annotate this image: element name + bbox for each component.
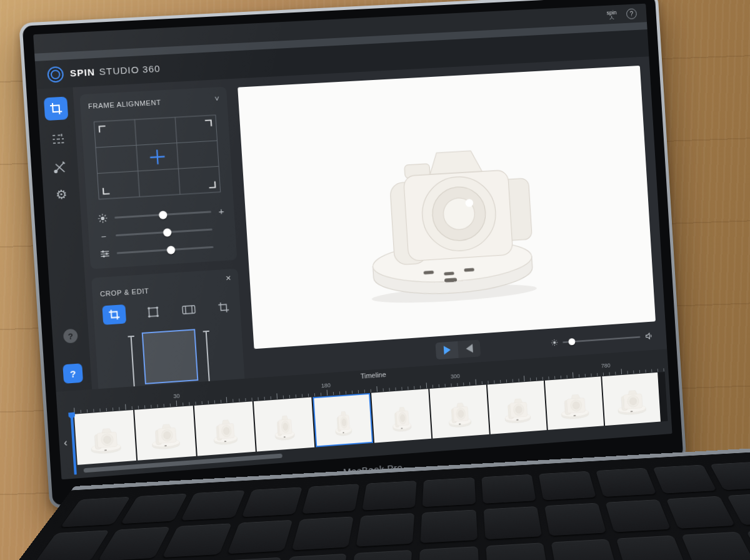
keyboard-key (211, 558, 282, 560)
ruler-tick (524, 376, 525, 381)
frames-sequence-button[interactable] (50, 132, 66, 148)
macbook-laptop: spin ? SPIN STUDIO 360 (19, 0, 686, 509)
frame-thumbnail[interactable] (545, 376, 604, 430)
frame-thumbnail[interactable] (371, 389, 431, 442)
thumbnail-camera (608, 377, 654, 421)
ruler-tick (572, 372, 574, 378)
ruler-tick (352, 391, 352, 394)
keyboard-key (421, 509, 478, 543)
thumbnail-camera (329, 399, 357, 442)
ruler-tick (536, 378, 537, 381)
contrast-track[interactable] (116, 229, 212, 237)
ruler-tick (302, 394, 302, 398)
brightness-thumb[interactable] (159, 211, 168, 219)
brightness-slider[interactable]: + (95, 206, 227, 224)
zoom-thumb[interactable] (569, 338, 576, 345)
ratio-mode-button[interactable] (181, 302, 197, 318)
keyboard-key (616, 536, 688, 560)
ruler-tick (176, 401, 177, 406)
brightness-track[interactable] (114, 211, 211, 218)
help-badge[interactable]: ? (63, 329, 78, 344)
ruler-tick (518, 379, 519, 382)
levels-slider[interactable] (98, 241, 229, 259)
alignment-grid[interactable] (89, 109, 226, 206)
thumbnail-camera (496, 386, 538, 429)
ruler-tick (463, 382, 464, 386)
retouch-tools-button[interactable] (51, 159, 68, 175)
frame-thumbnail[interactable] (134, 406, 196, 461)
ruler-tick (138, 406, 139, 409)
collapse-timeline-icon[interactable]: ‹ (63, 437, 68, 448)
zoom-slider[interactable] (551, 332, 653, 347)
ruler-tick (81, 410, 81, 413)
ruler-tick (277, 393, 278, 399)
os-help-icon[interactable]: ? (626, 8, 637, 19)
thumbnail-camera (268, 402, 301, 446)
keyboard-key (33, 530, 109, 560)
speaker-icon[interactable] (645, 332, 653, 341)
play-reverse-button[interactable] (458, 339, 481, 358)
chevron-down-icon[interactable]: ˅ (214, 94, 220, 103)
ruler-tick (426, 382, 427, 388)
frame-thumbnail[interactable] (74, 410, 136, 465)
keyboard-key (291, 516, 353, 550)
app-title-light: STUDIO 360 (99, 63, 161, 77)
contrast-thumb[interactable] (162, 228, 171, 237)
crop-mode-button[interactable] (102, 304, 126, 325)
transform-handles-icon (147, 306, 161, 319)
ruler-label: 180 (321, 382, 331, 389)
crop-outline-button[interactable] (216, 300, 232, 315)
frame-thumbnail[interactable] (254, 398, 314, 452)
ruler-tick (144, 406, 145, 409)
ruler-tick (358, 390, 359, 393)
ruler-tick (226, 397, 228, 402)
play-forward-triangle-icon (443, 346, 451, 355)
ruler-tick (597, 373, 598, 376)
ruler-tick (252, 398, 252, 401)
app-title-bold: SPIN (69, 66, 95, 78)
ruler-tick (542, 377, 543, 380)
ruler-tick (554, 376, 555, 379)
ruler-tick (475, 379, 476, 385)
help-button[interactable]: ? (62, 363, 83, 384)
keyboard-key (481, 474, 536, 504)
frame-thumbnail[interactable] (488, 381, 547, 434)
keyboard-key (418, 546, 479, 560)
levels-thumb[interactable] (167, 246, 176, 254)
frame-thumbnail[interactable] (312, 393, 373, 448)
crop-region[interactable] (142, 329, 199, 384)
thumbnail-camera (441, 390, 478, 434)
keyboard-key (486, 542, 549, 560)
keyboard-key (61, 497, 131, 528)
keyboard-key (279, 554, 347, 560)
keyboard-key (162, 523, 232, 558)
ruler-tick (438, 384, 439, 388)
keyboard-key (356, 513, 415, 547)
frame-thumbnail[interactable] (429, 385, 489, 439)
ruler-tick (481, 381, 482, 384)
ruler-tick (395, 388, 396, 391)
ruler-tick (321, 392, 321, 396)
ruler-tick (457, 383, 458, 386)
ruler-label: 30 (173, 392, 180, 399)
close-icon[interactable]: ✕ (225, 274, 231, 283)
frame-thumbnail[interactable] (602, 372, 661, 426)
ruler-tick (444, 384, 445, 387)
ruler-tick (106, 408, 107, 411)
levels-track[interactable] (117, 246, 214, 254)
ruler-tick (469, 382, 470, 385)
ruler-tick (646, 369, 646, 372)
settings-button[interactable]: ⚙ (53, 186, 69, 202)
ruler-tick (615, 372, 616, 375)
thumbnail-camera (81, 415, 129, 460)
contrast-slider[interactable]: − (96, 223, 228, 242)
ruler-tick (271, 396, 271, 399)
zoom-track[interactable] (562, 336, 640, 343)
ruler-tick (512, 379, 512, 382)
frame-thumbnail[interactable] (194, 401, 256, 456)
crop-tool-button[interactable] (44, 96, 68, 121)
spin-studio-logo-icon (47, 66, 64, 82)
transform-mode-button[interactable] (145, 304, 161, 319)
play-forward-button[interactable] (436, 341, 459, 359)
ruler-tick (125, 404, 126, 410)
